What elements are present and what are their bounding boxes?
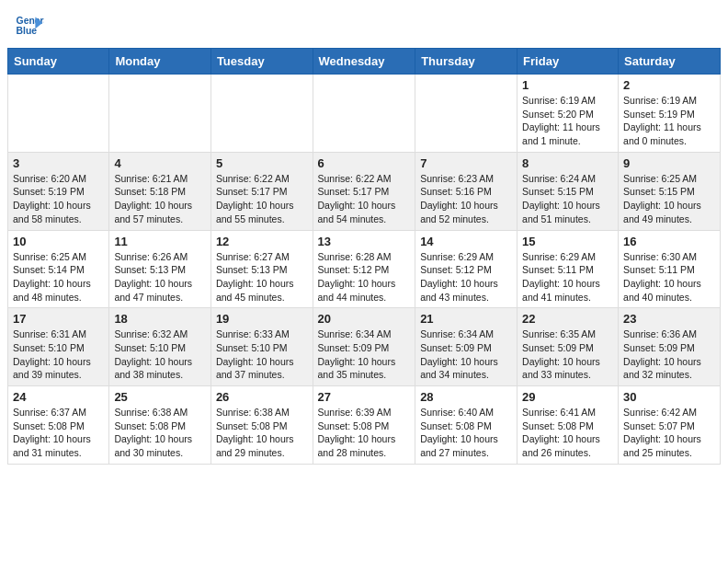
- day-info: Sunrise: 6:21 AM Sunset: 5:18 PM Dayligh…: [114, 172, 206, 226]
- day-number: 30: [623, 390, 715, 404]
- day-number: 10: [13, 235, 104, 248]
- day-number: 1: [522, 78, 613, 92]
- day-of-week-header: Monday: [109, 49, 211, 75]
- day-of-week-header: Tuesday: [210, 49, 313, 75]
- day-info: Sunrise: 6:29 AM Sunset: 5:11 PM Dayligh…: [522, 250, 613, 304]
- day-number: 12: [216, 235, 308, 248]
- calendar-day-cell: 2Sunrise: 6:19 AM Sunset: 5:19 PM Daylig…: [619, 75, 721, 153]
- svg-text:Blue: Blue: [17, 26, 38, 36]
- calendar-day-cell: 14Sunrise: 6:29 AM Sunset: 5:12 PM Dayli…: [415, 230, 518, 308]
- day-number: 14: [420, 235, 512, 248]
- day-info: Sunrise: 6:35 AM Sunset: 5:09 PM Dayligh…: [522, 327, 613, 382]
- logo-icon: General Blue: [15, 11, 44, 40]
- day-number: 15: [522, 235, 613, 248]
- calendar-day-cell: 29Sunrise: 6:41 AM Sunset: 5:08 PM Dayli…: [518, 386, 619, 465]
- calendar-day-cell: 7Sunrise: 6:23 AM Sunset: 5:16 PM Daylig…: [415, 152, 518, 230]
- day-info: Sunrise: 6:27 AM Sunset: 5:13 PM Dayligh…: [216, 250, 308, 304]
- day-number: 3: [13, 156, 104, 170]
- day-number: 13: [318, 235, 411, 248]
- day-info: Sunrise: 6:25 AM Sunset: 5:14 PM Dayligh…: [13, 250, 104, 304]
- calendar-day-cell: 27Sunrise: 6:39 AM Sunset: 5:08 PM Dayli…: [313, 386, 415, 465]
- day-number: 29: [522, 390, 613, 404]
- day-number: 16: [623, 235, 715, 248]
- day-info: Sunrise: 6:30 AM Sunset: 5:11 PM Dayligh…: [623, 250, 715, 304]
- day-number: 27: [318, 390, 411, 404]
- day-number: 25: [114, 390, 206, 404]
- day-of-week-header: Saturday: [619, 49, 721, 75]
- day-info: Sunrise: 6:38 AM Sunset: 5:08 PM Dayligh…: [114, 406, 206, 460]
- day-of-week-header: Thursday: [415, 49, 518, 75]
- day-info: Sunrise: 6:37 AM Sunset: 5:08 PM Dayligh…: [13, 406, 104, 460]
- day-number: 6: [318, 156, 411, 170]
- day-info: Sunrise: 6:34 AM Sunset: 5:09 PM Dayligh…: [318, 327, 411, 382]
- calendar-day-cell: 5Sunrise: 6:22 AM Sunset: 5:17 PM Daylig…: [210, 152, 313, 230]
- calendar-day-cell: 11Sunrise: 6:26 AM Sunset: 5:13 PM Dayli…: [109, 230, 211, 308]
- day-info: Sunrise: 6:29 AM Sunset: 5:12 PM Dayligh…: [420, 250, 512, 304]
- day-info: Sunrise: 6:33 AM Sunset: 5:10 PM Dayligh…: [216, 327, 308, 382]
- calendar-day-cell: [109, 75, 211, 153]
- day-of-week-header: Wednesday: [313, 49, 415, 75]
- calendar-day-cell: [415, 75, 518, 153]
- calendar-day-cell: 16Sunrise: 6:30 AM Sunset: 5:11 PM Dayli…: [619, 230, 721, 308]
- day-header-row: SundayMondayTuesdayWednesdayThursdayFrid…: [8, 49, 721, 75]
- calendar-day-cell: 13Sunrise: 6:28 AM Sunset: 5:12 PM Dayli…: [313, 230, 415, 308]
- day-info: Sunrise: 6:42 AM Sunset: 5:07 PM Dayligh…: [623, 406, 715, 460]
- day-number: 4: [114, 156, 206, 170]
- calendar-week-row: 10Sunrise: 6:25 AM Sunset: 5:14 PM Dayli…: [8, 230, 721, 308]
- day-number: 8: [522, 156, 613, 170]
- day-number: 28: [420, 390, 512, 404]
- day-info: Sunrise: 6:25 AM Sunset: 5:15 PM Dayligh…: [623, 172, 715, 226]
- day-number: 5: [216, 156, 308, 170]
- day-number: 7: [420, 156, 512, 170]
- calendar-day-cell: 25Sunrise: 6:38 AM Sunset: 5:08 PM Dayli…: [109, 386, 211, 465]
- day-info: Sunrise: 6:20 AM Sunset: 5:19 PM Dayligh…: [13, 172, 104, 226]
- day-info: Sunrise: 6:39 AM Sunset: 5:08 PM Dayligh…: [318, 406, 411, 460]
- day-number: 22: [522, 312, 613, 326]
- calendar-day-cell: 12Sunrise: 6:27 AM Sunset: 5:13 PM Dayli…: [210, 230, 313, 308]
- calendar-day-cell: [210, 75, 313, 153]
- day-info: Sunrise: 6:22 AM Sunset: 5:17 PM Dayligh…: [318, 172, 411, 226]
- day-info: Sunrise: 6:36 AM Sunset: 5:09 PM Dayligh…: [623, 327, 715, 382]
- calendar-day-cell: 1Sunrise: 6:19 AM Sunset: 5:20 PM Daylig…: [518, 75, 619, 153]
- logo: General Blue: [15, 11, 44, 40]
- calendar-day-cell: 23Sunrise: 6:36 AM Sunset: 5:09 PM Dayli…: [619, 308, 721, 386]
- day-info: Sunrise: 6:26 AM Sunset: 5:13 PM Dayligh…: [114, 250, 206, 304]
- day-info: Sunrise: 6:34 AM Sunset: 5:09 PM Dayligh…: [420, 327, 512, 382]
- calendar-day-cell: 20Sunrise: 6:34 AM Sunset: 5:09 PM Dayli…: [313, 308, 415, 386]
- day-number: 21: [420, 312, 512, 326]
- calendar-day-cell: [8, 75, 109, 153]
- calendar-week-row: 1Sunrise: 6:19 AM Sunset: 5:20 PM Daylig…: [8, 75, 721, 153]
- day-number: 26: [216, 390, 308, 404]
- day-info: Sunrise: 6:40 AM Sunset: 5:08 PM Dayligh…: [420, 406, 512, 460]
- day-number: 24: [13, 390, 104, 404]
- day-info: Sunrise: 6:28 AM Sunset: 5:12 PM Dayligh…: [318, 250, 411, 304]
- day-of-week-header: Sunday: [8, 49, 109, 75]
- calendar-day-cell: [313, 75, 415, 153]
- day-number: 18: [114, 312, 206, 326]
- calendar-day-cell: 26Sunrise: 6:38 AM Sunset: 5:08 PM Dayli…: [210, 386, 313, 465]
- calendar-day-cell: 18Sunrise: 6:32 AM Sunset: 5:10 PM Dayli…: [109, 308, 211, 386]
- day-info: Sunrise: 6:24 AM Sunset: 5:15 PM Dayligh…: [522, 172, 613, 226]
- calendar-week-row: 17Sunrise: 6:31 AM Sunset: 5:10 PM Dayli…: [8, 308, 721, 386]
- day-info: Sunrise: 6:32 AM Sunset: 5:10 PM Dayligh…: [114, 327, 206, 382]
- calendar-day-cell: 28Sunrise: 6:40 AM Sunset: 5:08 PM Dayli…: [415, 386, 518, 465]
- calendar-day-cell: 19Sunrise: 6:33 AM Sunset: 5:10 PM Dayli…: [210, 308, 313, 386]
- page-header: General Blue: [0, 0, 728, 48]
- calendar-day-cell: 9Sunrise: 6:25 AM Sunset: 5:15 PM Daylig…: [619, 152, 721, 230]
- day-info: Sunrise: 6:22 AM Sunset: 5:17 PM Dayligh…: [216, 172, 308, 226]
- calendar-day-cell: 4Sunrise: 6:21 AM Sunset: 5:18 PM Daylig…: [109, 152, 211, 230]
- calendar-wrapper: SundayMondayTuesdayWednesdayThursdayFrid…: [0, 48, 728, 472]
- calendar-week-row: 24Sunrise: 6:37 AM Sunset: 5:08 PM Dayli…: [8, 386, 721, 465]
- calendar-day-cell: 8Sunrise: 6:24 AM Sunset: 5:15 PM Daylig…: [518, 152, 619, 230]
- calendar-day-cell: 24Sunrise: 6:37 AM Sunset: 5:08 PM Dayli…: [8, 386, 109, 465]
- calendar-table: SundayMondayTuesdayWednesdayThursdayFrid…: [7, 48, 721, 465]
- calendar-day-cell: 22Sunrise: 6:35 AM Sunset: 5:09 PM Dayli…: [518, 308, 619, 386]
- calendar-day-cell: 6Sunrise: 6:22 AM Sunset: 5:17 PM Daylig…: [313, 152, 415, 230]
- calendar-body: 1Sunrise: 6:19 AM Sunset: 5:20 PM Daylig…: [8, 75, 721, 465]
- day-info: Sunrise: 6:38 AM Sunset: 5:08 PM Dayligh…: [216, 406, 308, 460]
- day-info: Sunrise: 6:31 AM Sunset: 5:10 PM Dayligh…: [13, 327, 104, 382]
- day-info: Sunrise: 6:23 AM Sunset: 5:16 PM Dayligh…: [420, 172, 512, 226]
- calendar-day-cell: 17Sunrise: 6:31 AM Sunset: 5:10 PM Dayli…: [8, 308, 109, 386]
- calendar-week-row: 3Sunrise: 6:20 AM Sunset: 5:19 PM Daylig…: [8, 152, 721, 230]
- day-number: 23: [623, 312, 715, 326]
